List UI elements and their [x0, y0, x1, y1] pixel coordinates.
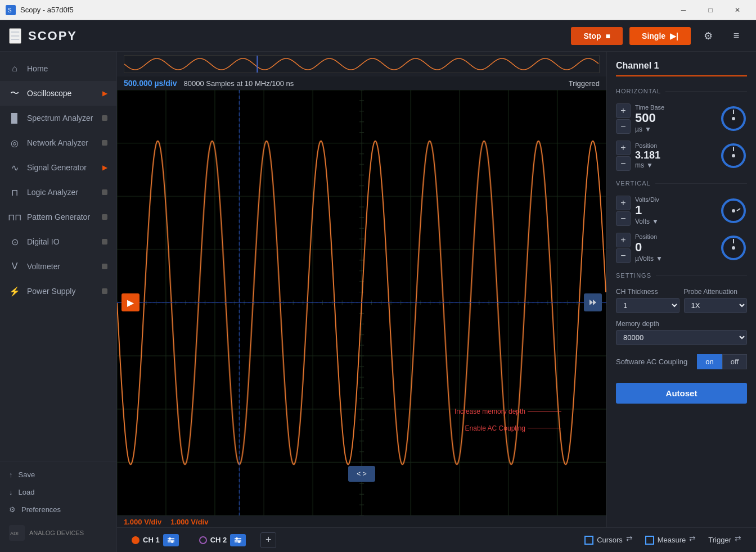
sidebar-item-logic[interactable]: ⊓ Logic Analyzer — [0, 180, 116, 205]
ch2-label: CH 2 — [210, 536, 227, 544]
settings-icon[interactable]: ⚙ — [698, 25, 719, 47]
settings-section-label: SETTINGS — [616, 272, 747, 279]
measure-label: Measure — [658, 536, 686, 544]
trigger-toggle[interactable]: Trigger ⇄ — [708, 534, 747, 546]
close-button[interactable]: ✕ — [724, 0, 750, 20]
ch1-settings-button[interactable] — [163, 534, 179, 546]
probe-att-select[interactable]: 1X 10X 100X — [684, 298, 748, 313]
sidebar-item-oscilloscope[interactable]: 〜 Oscilloscope ▶ — [0, 81, 116, 106]
channel-title: Channel 1 — [616, 61, 747, 76]
volts-div-control: + − Volts/Div 1 Volts ▼ — [616, 196, 747, 226]
svg-point-7 — [732, 117, 735, 120]
osc-left-nav-button[interactable]: ▶ — [122, 293, 140, 311]
svg-point-20 — [169, 537, 171, 540]
h-position-decrement[interactable]: − — [616, 156, 631, 171]
sidebar-label-oscilloscope: Oscilloscope — [27, 89, 96, 98]
ac-coupling-off-button[interactable]: off — [722, 354, 747, 369]
volts-div-unit-dropdown[interactable]: ▼ — [652, 218, 659, 225]
svg-point-21 — [171, 541, 173, 543]
v-position-unit: µVolts — [635, 255, 654, 263]
minimize-button[interactable]: ─ — [670, 0, 696, 20]
time-base-increment[interactable]: + — [616, 103, 631, 118]
ac-coupling-label: Software AC Coupling — [616, 358, 692, 366]
save-button[interactable]: ↑ Save — [9, 468, 107, 481]
v-position-value: 0 — [635, 241, 716, 254]
sidebar-item-signal[interactable]: ∿ Signal Generator ▶ — [0, 155, 116, 180]
h-position-unit-dropdown[interactable]: ▼ — [646, 161, 653, 169]
horizontal-section-label: HORIZONTAL — [616, 88, 747, 94]
digital-icon: ⊙ — [9, 236, 20, 247]
ch2-settings-button[interactable] — [230, 534, 246, 546]
h-position-knob[interactable] — [720, 142, 747, 169]
sidebar-label-voltmeter: Voltmeter — [27, 262, 95, 271]
volts-div-decrement[interactable]: − — [616, 211, 631, 226]
app-icon: S — [6, 5, 16, 15]
power-icon: ⚡ — [9, 286, 20, 297]
sidebar: ⌂ Home 〜 Oscilloscope ▶ ▉ Spectrum Analy… — [0, 52, 117, 552]
probe-att-group: Probe Attenuation 1X 10X 100X — [684, 288, 748, 313]
time-base-knob[interactable] — [720, 105, 747, 132]
sidebar-item-voltmeter[interactable]: V Voltmeter — [0, 254, 116, 279]
load-button[interactable]: ↓ Load — [9, 486, 107, 499]
ch2-button[interactable]: CH 2 — [194, 532, 252, 549]
ch2-vol-label: 1.000 V/div — [170, 518, 208, 526]
autoset-button[interactable]: Autoset — [616, 383, 747, 404]
memory-depth-label: Memory depth — [616, 320, 747, 328]
h-position-value: 3.181 — [635, 150, 716, 160]
time-base-control: + − Time Base 500 µs ▼ — [616, 103, 747, 134]
ac-coupling-on-button[interactable]: on — [697, 354, 722, 369]
stop-button[interactable]: Stop ■ — [571, 27, 623, 45]
osc-canvas-wrapper: ▶ < > Increase memory depth Enable AC Co… — [117, 90, 606, 515]
v-position-knob[interactable] — [720, 234, 747, 261]
time-base-unit-dropdown[interactable]: ▼ — [645, 125, 651, 133]
h-position-control: + − Position 3.181 ms ▼ — [616, 141, 747, 171]
h-position-unit-row: ms ▼ — [635, 161, 716, 169]
single-button[interactable]: Single ▶| — [629, 27, 691, 45]
sidebar-item-home[interactable]: ⌂ Home — [0, 56, 116, 81]
cursors-label: Cursors — [597, 536, 623, 544]
time-base-decrement[interactable]: − — [616, 119, 631, 134]
home-icon: ⌂ — [9, 63, 20, 74]
sidebar-label-logic: Logic Analyzer — [27, 188, 95, 197]
volts-div-knob[interactable] — [720, 197, 747, 224]
trigger-settings-icon[interactable]: ⇄ — [735, 534, 747, 546]
measure-settings-icon[interactable]: ⇄ — [689, 534, 701, 546]
preferences-button[interactable]: ⚙ Preferences — [9, 503, 107, 516]
h-position-increment[interactable]: + — [616, 141, 631, 155]
sidebar-item-spectrum[interactable]: ▉ Spectrum Analyzer — [0, 106, 116, 130]
measure-toggle[interactable]: Measure ⇄ — [645, 534, 702, 546]
osc-bottom-nav-button[interactable]: < > — [348, 466, 375, 482]
menu-lines-icon[interactable]: ≡ — [726, 25, 747, 47]
osc-info-bar: 500.000 µs/div 80000 Samples at 10 MHz/1… — [117, 76, 606, 90]
spectrum-icon: ▉ — [9, 112, 20, 124]
cursors-toggle[interactable]: Cursors ⇄ — [584, 534, 638, 546]
sidebar-label-pattern: Pattern Generator — [27, 212, 95, 221]
sidebar-item-pattern[interactable]: ⊓⊓ Pattern Generator — [0, 205, 116, 229]
hamburger-icon[interactable]: ☰ — [9, 28, 21, 44]
sidebar-item-digital[interactable]: ⊙ Digital IO — [0, 229, 116, 254]
power-dot — [102, 288, 107, 294]
cursors-checkbox[interactable] — [584, 536, 593, 545]
v-position-increment[interactable]: + — [616, 233, 631, 247]
pattern-icon: ⊓⊓ — [9, 211, 20, 223]
h-position-unit: ms — [635, 161, 644, 169]
cursors-settings-icon[interactable]: ⇄ — [626, 534, 638, 546]
ch1-button[interactable]: CH 1 — [126, 532, 184, 549]
ch-thickness-label: CH Thickness — [616, 288, 680, 296]
osc-right-nav-button[interactable] — [584, 293, 602, 311]
maximize-button[interactable]: □ — [698, 0, 723, 20]
volts-div-increment[interactable]: + — [616, 196, 631, 210]
v-position-unit-dropdown[interactable]: ▼ — [656, 255, 663, 263]
ch2-color-dot — [199, 536, 207, 544]
measure-checkbox[interactable] — [645, 536, 654, 545]
ch-thickness-select[interactable]: 1 2 3 — [616, 298, 680, 313]
signal-arrow-icon: ▶ — [102, 164, 107, 171]
add-channel-button[interactable]: + — [260, 532, 276, 548]
memory-depth-select[interactable]: 80000 10000 40000 — [616, 330, 747, 345]
volts-div-value-group: Volts/Div 1 Volts ▼ — [635, 196, 716, 225]
preferences-icon: ⚙ — [9, 505, 16, 514]
v-position-decrement[interactable]: − — [616, 248, 631, 263]
titlebar: S Scopy - a57d0f5 ─ □ ✕ — [0, 0, 756, 20]
sidebar-item-power[interactable]: ⚡ Power Supply — [0, 279, 116, 304]
sidebar-item-network[interactable]: ◎ Network Analyzer — [0, 130, 116, 155]
